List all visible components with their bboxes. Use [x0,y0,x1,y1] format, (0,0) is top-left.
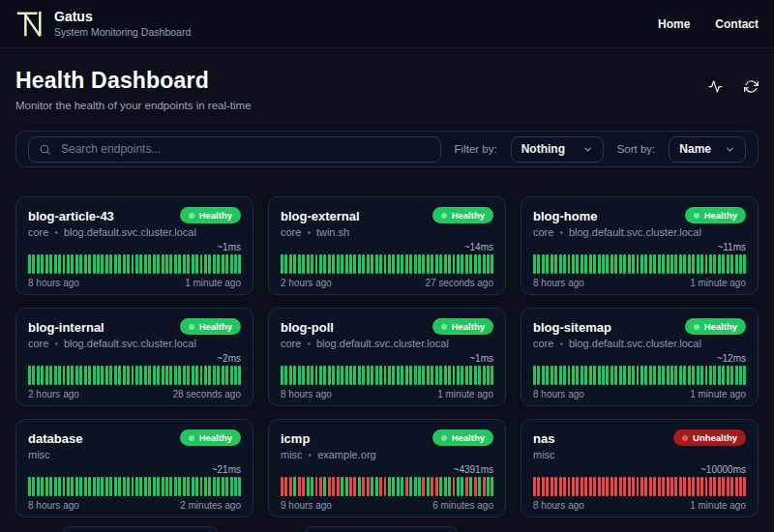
history-bar[interactable] [217,477,220,496]
history-bar[interactable] [589,254,592,274]
endpoint-card[interactable]: blog-internal Healthy core • blog.defaul… [15,308,253,406]
history-bar[interactable] [632,477,635,496]
history-bar[interactable] [148,366,151,385]
history-bar[interactable] [315,254,318,274]
history-bar[interactable] [32,477,35,496]
endpoint-card[interactable]: nas Unhealthy misc ~10000ms 8 hours ago … [521,419,759,517]
history-bar[interactable] [222,254,224,274]
history-bar[interactable] [230,366,233,385]
history-bar[interactable] [200,366,203,385]
history-bar[interactable] [109,254,112,274]
history-bar[interactable] [238,477,241,496]
history-bar[interactable] [319,366,322,385]
history-bar[interactable] [238,366,241,385]
history-bar[interactable] [435,254,438,274]
history-bar[interactable] [730,477,733,496]
history-bar[interactable] [580,477,583,496]
history-bar[interactable] [727,254,729,274]
history-bar[interactable] [559,477,562,496]
history-bar[interactable] [392,254,395,274]
history-bar[interactable] [49,366,52,385]
history-bar[interactable] [384,366,387,385]
history-bar[interactable] [337,254,340,274]
filter-select[interactable]: Nothing [511,136,604,163]
history-bar[interactable] [45,477,48,496]
history-bar[interactable] [123,477,126,496]
history-bar[interactable] [598,254,601,274]
history-bar[interactable] [379,477,382,496]
history-bar[interactable] [174,254,177,274]
history-bar[interactable] [281,254,283,274]
history-bar[interactable] [697,254,700,274]
history-bar[interactable] [662,366,665,385]
history-bar[interactable] [405,477,408,496]
search-box[interactable] [28,136,441,163]
history-bar[interactable] [71,366,74,385]
history-bar[interactable] [362,366,365,385]
history-bar[interactable] [667,254,670,274]
history-bar[interactable] [358,254,361,274]
history-bar[interactable] [109,366,112,385]
endpoint-card[interactable]: blog-external Healthy core • twin.sh ~14… [268,196,506,295]
history-bar[interactable] [169,254,172,274]
history-bar[interactable] [713,477,716,496]
history-bar[interactable] [444,477,447,496]
history-bar[interactable] [234,477,237,496]
history-bar[interactable] [284,366,287,385]
history-bar[interactable] [63,477,66,496]
history-bar[interactable] [619,366,622,385]
endpoint-card[interactable]: blog-sitemap Healthy core • blog.default… [521,308,759,406]
history-bar[interactable] [644,477,647,496]
history-bar[interactable] [705,477,708,496]
history-bar[interactable] [307,366,310,385]
history-bar[interactable] [435,477,438,496]
history-bar[interactable] [465,254,468,274]
history-bar[interactable] [697,366,700,385]
history-bar[interactable] [658,366,661,385]
history-bar[interactable] [328,477,331,496]
history-bar[interactable] [28,366,31,385]
history-bar[interactable] [653,366,656,385]
history-bar[interactable] [469,366,472,385]
history-bar[interactable] [418,477,421,496]
history-bar[interactable] [97,366,100,385]
history-bar[interactable] [32,254,35,274]
history-bar[interactable] [88,477,91,496]
history-bar[interactable] [41,254,44,274]
history-bar[interactable] [58,366,61,385]
history-bar[interactable] [730,366,733,385]
history-bar[interactable] [670,254,673,274]
history-bar[interactable] [418,366,421,385]
history-bar[interactable] [337,366,340,385]
history-bar[interactable] [332,477,335,496]
history-bar[interactable] [649,254,652,274]
history-bar[interactable] [222,366,224,385]
history-bar[interactable] [67,254,70,274]
history-bar[interactable] [45,366,48,385]
history-bar[interactable] [688,477,691,496]
history-bar[interactable] [157,366,160,385]
history-bar[interactable] [542,366,545,385]
history-bar[interactable] [431,254,433,274]
history-bar[interactable] [93,366,96,385]
history-bar[interactable] [114,366,117,385]
history-bar[interactable] [491,366,493,385]
history-bar[interactable] [58,254,61,274]
history-bar[interactable] [568,477,571,496]
history-bar[interactable] [453,366,456,385]
history-bar[interactable] [289,366,292,385]
history-bar[interactable] [431,477,433,496]
history-bar[interactable] [614,366,617,385]
activity-icon[interactable] [708,79,723,94]
history-bar[interactable] [319,477,322,496]
history-bar[interactable] [84,477,87,496]
history-bar[interactable] [162,477,164,496]
history-bar[interactable] [375,477,378,496]
history-bar[interactable] [328,366,331,385]
history-bar[interactable] [37,477,40,496]
history-bar[interactable] [576,366,579,385]
history-bar[interactable] [375,366,378,385]
history-bar[interactable] [118,254,121,274]
history-bar[interactable] [75,477,78,496]
history-bar[interactable] [195,254,198,274]
